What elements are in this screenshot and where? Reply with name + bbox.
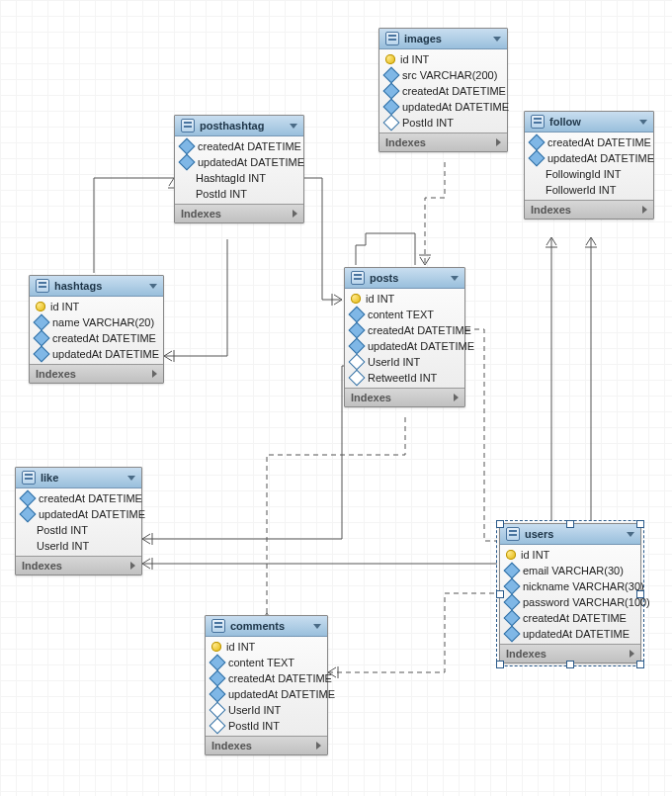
table-icon <box>385 32 399 45</box>
column-row[interactable]: updatedAt DATETIME <box>525 150 653 166</box>
column-row[interactable]: updatedAt DATETIME <box>345 338 464 354</box>
table-header[interactable]: like <box>16 468 141 488</box>
column-row[interactable]: createdAt DATETIME <box>30 330 163 346</box>
column-row[interactable]: name VARCHAR(20) <box>30 314 163 330</box>
resize-handle[interactable] <box>636 520 644 528</box>
indexes-section[interactable]: Indexes <box>175 204 303 222</box>
table-header[interactable]: posthashtag <box>175 116 303 136</box>
column-row[interactable]: id INT <box>345 291 464 307</box>
indexes-label: Indexes <box>351 392 391 403</box>
column-row[interactable]: createdAt DATETIME <box>345 322 464 338</box>
column-row[interactable]: id INT <box>500 547 640 563</box>
expand-icon[interactable] <box>293 210 297 218</box>
collapse-icon[interactable] <box>290 124 297 129</box>
diamond-icon <box>349 307 366 323</box>
column-row[interactable]: email VARCHAR(30) <box>500 563 640 578</box>
indexes-label: Indexes <box>181 208 221 220</box>
column-row[interactable]: PostId INT <box>175 186 303 202</box>
column-row[interactable]: id INT <box>379 51 507 67</box>
column-row[interactable]: RetweetId INT <box>345 370 464 386</box>
column-row[interactable]: createdAt DATETIME <box>379 83 507 99</box>
column-row[interactable]: updatedAt DATETIME <box>500 626 640 642</box>
key-icon <box>211 642 221 652</box>
resize-handle[interactable] <box>636 590 644 598</box>
indexes-section[interactable]: Indexes <box>206 736 327 754</box>
resize-handle[interactable] <box>496 590 504 598</box>
table-like[interactable]: likecreatedAt DATETIMEupdatedAt DATETIME… <box>15 467 142 575</box>
column-row[interactable]: createdAt DATETIME <box>16 490 141 506</box>
blank-icon <box>181 173 191 183</box>
svg-line-0 <box>420 257 425 265</box>
column-row[interactable]: createdAt DATETIME <box>525 134 653 150</box>
column-row[interactable]: PostId INT <box>16 522 141 538</box>
column-row[interactable]: updatedAt DATETIME <box>206 686 327 702</box>
expand-icon[interactable] <box>152 370 157 378</box>
columns-list: id INTcontent TEXTcreatedAt DATETIMEupda… <box>345 289 464 388</box>
column-text: id INT <box>521 549 549 561</box>
column-row[interactable]: createdAt DATETIME <box>500 610 640 626</box>
relationship-line <box>465 329 497 541</box>
indexes-section[interactable]: Indexes <box>379 133 507 151</box>
resize-handle[interactable] <box>566 661 574 668</box>
column-row[interactable]: password VARCHAR(100) <box>500 594 640 610</box>
column-row[interactable]: FollowingId INT <box>525 166 653 182</box>
indexes-section[interactable]: Indexes <box>525 200 653 219</box>
resize-handle[interactable] <box>636 661 644 668</box>
table-icon <box>22 471 36 485</box>
column-row[interactable]: UserId INT <box>345 354 464 370</box>
table-follow[interactable]: followcreatedAt DATETIMEupdatedAt DATETI… <box>524 111 654 220</box>
table-header[interactable]: hashtags <box>30 276 163 297</box>
indexes-section[interactable]: Indexes <box>30 364 163 383</box>
column-row[interactable]: UserId INT <box>206 702 327 718</box>
resize-handle[interactable] <box>566 520 574 528</box>
table-header[interactable]: comments <box>206 616 327 637</box>
expand-icon[interactable] <box>454 394 459 401</box>
column-row[interactable]: content TEXT <box>345 307 464 322</box>
table-hashtags[interactable]: hashtagsid INTname VARCHAR(20)createdAt … <box>29 275 164 384</box>
collapse-icon[interactable] <box>627 532 634 537</box>
resize-handle[interactable] <box>496 661 504 668</box>
collapse-icon[interactable] <box>451 276 459 281</box>
column-row[interactable]: updatedAt DATETIME <box>30 346 163 362</box>
column-row[interactable]: id INT <box>206 639 327 655</box>
resize-handle[interactable] <box>496 520 504 528</box>
column-row[interactable]: createdAt DATETIME <box>206 670 327 686</box>
indexes-section[interactable]: Indexes <box>16 556 141 575</box>
relationship-line <box>304 178 342 300</box>
column-row[interactable]: PostId INT <box>206 718 327 734</box>
collapse-icon[interactable] <box>493 37 501 42</box>
column-row[interactable]: createdAt DATETIME <box>175 138 303 154</box>
column-row[interactable]: src VARCHAR(200) <box>379 67 507 83</box>
column-row[interactable]: PostId INT <box>379 115 507 131</box>
expand-icon[interactable] <box>130 562 135 570</box>
table-comments[interactable]: commentsid INTcontent TEXTcreatedAt DATE… <box>205 615 328 755</box>
collapse-icon[interactable] <box>639 120 647 125</box>
table-header[interactable]: images <box>379 29 507 49</box>
column-row[interactable]: HashtagId INT <box>175 170 303 186</box>
table-header[interactable]: posts <box>345 268 464 289</box>
collapse-icon[interactable] <box>313 624 321 629</box>
column-row[interactable]: updatedAt DATETIME <box>16 506 141 522</box>
indexes-section[interactable]: Indexes <box>345 388 464 406</box>
column-row[interactable]: UserId INT <box>16 538 141 554</box>
table-header[interactable]: follow <box>525 112 653 133</box>
table-title: comments <box>230 620 285 632</box>
column-row[interactable]: content TEXT <box>206 655 327 670</box>
column-row[interactable]: nickname VARCHAR(30) <box>500 578 640 594</box>
expand-icon[interactable] <box>630 650 634 658</box>
table-users[interactable]: usersid INTemail VARCHAR(30)nickname VAR… <box>499 523 641 663</box>
expand-icon[interactable] <box>496 138 501 146</box>
expand-icon[interactable] <box>316 742 321 750</box>
column-row[interactable]: id INT <box>30 299 163 314</box>
table-title: posts <box>370 272 398 284</box>
column-row[interactable]: updatedAt DATETIME <box>379 99 507 115</box>
expand-icon[interactable] <box>642 206 647 214</box>
table-images[interactable]: imagesid INTsrc VARCHAR(200)createdAt DA… <box>378 28 508 152</box>
table-posts[interactable]: postsid INTcontent TEXTcreatedAt DATETIM… <box>344 267 465 407</box>
collapse-icon[interactable] <box>149 284 157 289</box>
column-row[interactable]: FollowerId INT <box>525 182 653 198</box>
table-posthashtag[interactable]: posthashtagcreatedAt DATETIMEupdatedAt D… <box>174 115 304 223</box>
column-row[interactable]: updatedAt DATETIME <box>175 154 303 170</box>
collapse-icon[interactable] <box>127 476 135 481</box>
erd-canvas[interactable]: imagesid INTsrc VARCHAR(200)createdAt DA… <box>0 0 672 796</box>
